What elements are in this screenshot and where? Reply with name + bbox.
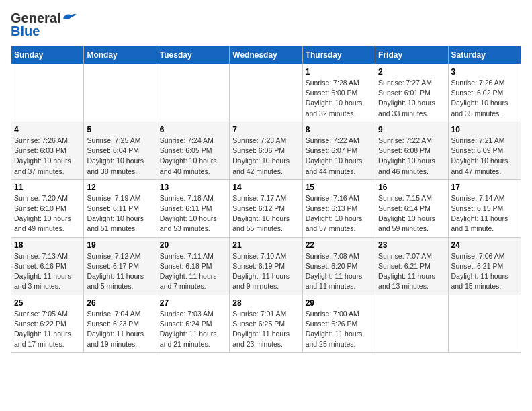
day-info: Sunrise: 7:05 AMSunset: 6:22 PMDaylight:… [14, 309, 81, 350]
day-info: Sunrise: 7:07 AMSunset: 6:21 PMDaylight:… [378, 251, 445, 292]
day-info: Sunrise: 7:27 AMSunset: 6:01 PMDaylight:… [378, 78, 445, 119]
day-info: Sunrise: 7:00 AMSunset: 6:26 PMDaylight:… [306, 309, 372, 350]
calendar-cell [448, 295, 521, 353]
calendar-cell: 12Sunrise: 7:19 AMSunset: 6:11 PMDayligh… [84, 179, 157, 237]
calendar-cell [375, 295, 448, 353]
calendar-cell: 21Sunrise: 7:10 AMSunset: 6:19 PMDayligh… [230, 237, 302, 295]
weekday-header-saturday: Saturday [448, 46, 521, 64]
day-number: 7 [232, 125, 299, 134]
day-number: 16 [378, 183, 445, 192]
day-number: 28 [232, 298, 299, 308]
day-number: 29 [306, 298, 372, 308]
weekday-header-wednesday: Wednesday [230, 46, 302, 64]
day-info: Sunrise: 7:03 AMSunset: 6:24 PMDaylight:… [160, 309, 226, 350]
day-info: Sunrise: 7:13 AMSunset: 6:16 PMDaylight:… [14, 251, 81, 292]
calendar-cell: 7Sunrise: 7:23 AMSunset: 6:06 PMDaylight… [230, 122, 302, 179]
day-info: Sunrise: 7:22 AMSunset: 6:08 PMDaylight:… [378, 136, 445, 177]
calendar-cell: 29Sunrise: 7:00 AMSunset: 6:26 PMDayligh… [302, 295, 375, 353]
day-info: Sunrise: 7:16 AMSunset: 6:13 PMDaylight:… [306, 193, 372, 234]
calendar-cell: 6Sunrise: 7:24 AMSunset: 6:05 PMDaylight… [157, 122, 229, 179]
calendar-cell: 11Sunrise: 7:20 AMSunset: 6:10 PMDayligh… [11, 179, 84, 237]
day-info: Sunrise: 7:19 AMSunset: 6:11 PMDaylight:… [87, 193, 153, 234]
day-info: Sunrise: 7:10 AMSunset: 6:19 PMDaylight:… [232, 251, 299, 292]
calendar-cell: 22Sunrise: 7:08 AMSunset: 6:20 PMDayligh… [302, 237, 375, 295]
calendar-cell: 2Sunrise: 7:27 AMSunset: 6:01 PMDaylight… [375, 64, 448, 122]
day-info: Sunrise: 7:12 AMSunset: 6:17 PMDaylight:… [87, 251, 153, 292]
calendar-cell: 27Sunrise: 7:03 AMSunset: 6:24 PMDayligh… [157, 295, 229, 353]
weekday-header-friday: Friday [375, 46, 448, 64]
day-number: 25 [14, 298, 81, 308]
day-number: 5 [87, 125, 153, 134]
day-number: 24 [451, 240, 518, 250]
day-info: Sunrise: 7:28 AMSunset: 6:00 PMDaylight:… [306, 78, 372, 119]
day-info: Sunrise: 7:21 AMSunset: 6:09 PMDaylight:… [451, 136, 518, 177]
day-info: Sunrise: 7:25 AMSunset: 6:04 PMDaylight:… [87, 136, 153, 177]
day-number: 13 [160, 183, 226, 192]
day-info: Sunrise: 7:04 AMSunset: 6:23 PMDaylight:… [87, 309, 153, 350]
weekday-header-thursday: Thursday [302, 46, 375, 64]
calendar-cell: 28Sunrise: 7:01 AMSunset: 6:25 PMDayligh… [230, 295, 302, 353]
calendar-cell: 25Sunrise: 7:05 AMSunset: 6:22 PMDayligh… [11, 295, 84, 353]
calendar-cell: 24Sunrise: 7:06 AMSunset: 6:21 PMDayligh… [448, 237, 521, 295]
page-header: General Blue [11, 11, 521, 39]
day-number: 4 [14, 125, 81, 134]
day-info: Sunrise: 7:18 AMSunset: 6:11 PMDaylight:… [160, 193, 226, 234]
calendar-cell [84, 64, 157, 122]
calendar-cell: 5Sunrise: 7:25 AMSunset: 6:04 PMDaylight… [84, 122, 157, 179]
day-number: 22 [306, 240, 372, 250]
day-info: Sunrise: 7:26 AMSunset: 6:03 PMDaylight:… [14, 136, 81, 177]
day-info: Sunrise: 7:11 AMSunset: 6:18 PMDaylight:… [160, 251, 226, 292]
calendar-cell: 8Sunrise: 7:22 AMSunset: 6:07 PMDaylight… [302, 122, 375, 179]
day-number: 23 [378, 240, 445, 250]
day-number: 2 [378, 67, 445, 77]
day-info: Sunrise: 7:06 AMSunset: 6:21 PMDaylight:… [451, 251, 518, 292]
logo: General Blue [11, 11, 77, 39]
day-number: 19 [87, 240, 153, 250]
calendar-cell: 4Sunrise: 7:26 AMSunset: 6:03 PMDaylight… [11, 122, 84, 179]
weekday-header-tuesday: Tuesday [157, 46, 229, 64]
calendar-cell: 20Sunrise: 7:11 AMSunset: 6:18 PMDayligh… [157, 237, 229, 295]
calendar-cell: 14Sunrise: 7:17 AMSunset: 6:12 PMDayligh… [230, 179, 302, 237]
day-info: Sunrise: 7:14 AMSunset: 6:15 PMDaylight:… [451, 193, 518, 234]
weekday-header-sunday: Sunday [11, 46, 84, 64]
weekday-header-monday: Monday [84, 46, 157, 64]
day-number: 10 [451, 125, 518, 134]
day-info: Sunrise: 7:17 AMSunset: 6:12 PMDaylight:… [232, 193, 299, 234]
calendar-cell: 18Sunrise: 7:13 AMSunset: 6:16 PMDayligh… [11, 237, 84, 295]
day-number: 6 [160, 125, 226, 134]
logo-bird-icon [62, 12, 77, 24]
calendar-cell: 15Sunrise: 7:16 AMSunset: 6:13 PMDayligh… [302, 179, 375, 237]
day-info: Sunrise: 7:26 AMSunset: 6:02 PMDaylight:… [451, 78, 518, 119]
day-number: 11 [14, 183, 81, 192]
day-number: 1 [306, 67, 372, 77]
day-number: 15 [306, 183, 372, 192]
calendar-cell: 9Sunrise: 7:22 AMSunset: 6:08 PMDaylight… [375, 122, 448, 179]
day-info: Sunrise: 7:15 AMSunset: 6:14 PMDaylight:… [378, 193, 445, 234]
day-number: 27 [160, 298, 226, 308]
day-info: Sunrise: 7:20 AMSunset: 6:10 PMDaylight:… [14, 193, 81, 234]
calendar-cell [11, 64, 84, 122]
day-number: 12 [87, 183, 153, 192]
day-info: Sunrise: 7:22 AMSunset: 6:07 PMDaylight:… [306, 136, 372, 177]
calendar-cell: 16Sunrise: 7:15 AMSunset: 6:14 PMDayligh… [375, 179, 448, 237]
day-number: 3 [451, 67, 518, 77]
day-number: 21 [232, 240, 299, 250]
calendar-cell: 19Sunrise: 7:12 AMSunset: 6:17 PMDayligh… [84, 237, 157, 295]
day-number: 20 [160, 240, 226, 250]
day-info: Sunrise: 7:24 AMSunset: 6:05 PMDaylight:… [160, 136, 226, 177]
calendar-cell: 17Sunrise: 7:14 AMSunset: 6:15 PMDayligh… [448, 179, 521, 237]
day-number: 8 [306, 125, 372, 134]
calendar-cell: 10Sunrise: 7:21 AMSunset: 6:09 PMDayligh… [448, 122, 521, 179]
day-number: 17 [451, 183, 518, 192]
calendar-cell: 3Sunrise: 7:26 AMSunset: 6:02 PMDaylight… [448, 64, 521, 122]
calendar-cell: 1Sunrise: 7:28 AMSunset: 6:00 PMDaylight… [302, 64, 375, 122]
day-info: Sunrise: 7:23 AMSunset: 6:06 PMDaylight:… [232, 136, 299, 177]
calendar-cell [230, 64, 302, 122]
day-info: Sunrise: 7:08 AMSunset: 6:20 PMDaylight:… [306, 251, 372, 292]
day-number: 26 [87, 298, 153, 308]
calendar-cell: 26Sunrise: 7:04 AMSunset: 6:23 PMDayligh… [84, 295, 157, 353]
calendar-cell: 13Sunrise: 7:18 AMSunset: 6:11 PMDayligh… [157, 179, 229, 237]
day-number: 18 [14, 240, 81, 250]
day-number: 14 [232, 183, 299, 192]
calendar-cell: 23Sunrise: 7:07 AMSunset: 6:21 PMDayligh… [375, 237, 448, 295]
